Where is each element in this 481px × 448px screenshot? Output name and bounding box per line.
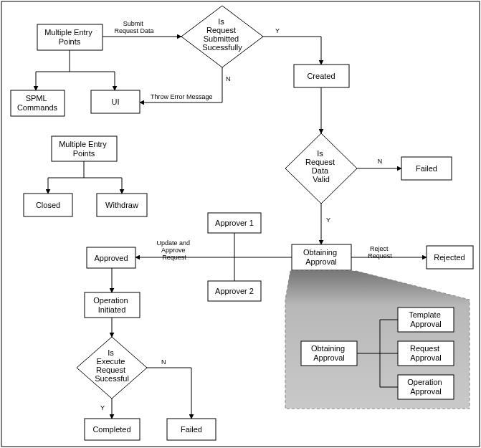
node-callout-operation-approval: Operation Approval (398, 375, 454, 399)
svg-text:UI: UI (112, 97, 120, 106)
node-completed: Completed (85, 419, 140, 440)
svg-text:Approver 1: Approver 1 (215, 219, 254, 227)
node-operation-initiated: Operation Initiated (85, 292, 140, 318)
svg-text:Obtaining
      Approval: Obtaining Approval (311, 344, 347, 362)
node-ui: UI (91, 90, 140, 113)
node-withdraw: Withdraw (97, 194, 147, 216)
svg-text:Operation
      Approval: Operation Approval (407, 378, 444, 396)
svg-text:Rejected: Rejected (434, 253, 465, 262)
svg-text:Approved: Approved (94, 254, 128, 262)
node-approver-1: Approver 1 (208, 213, 261, 233)
svg-text:Template
      Approval: Template Approval (409, 310, 443, 328)
node-rejected: Rejected (427, 246, 473, 269)
svg-text:Failed: Failed (416, 164, 437, 173)
node-obtaining-approval: Obtaining Approval (292, 244, 351, 270)
edge-label-reject: Reject Request (368, 245, 392, 259)
node-multiple-entry-points-2: Multiple Entry Points (52, 136, 117, 161)
flowchart: Submit Request Data Y N Throw Error Mess… (0, 0, 481, 448)
edge-label-y3: Y (100, 404, 105, 411)
node-failed-execution: Failed (167, 419, 216, 440)
svg-text:Approver 2: Approver 2 (215, 287, 254, 295)
edge-label-y1: Y (275, 27, 280, 34)
edge-label-throw-err: Throw Error Message (151, 93, 213, 100)
edge-label-n1: N (226, 75, 231, 82)
node-approved: Approved (87, 247, 135, 268)
node-created: Created (294, 65, 349, 87)
svg-text:Failed: Failed (181, 425, 202, 434)
node-multiple-entry-points-1: Multiple Entry Points (37, 24, 103, 50)
svg-text:Closed: Closed (36, 201, 60, 209)
node-callout-template-approval: Template Approval (398, 308, 454, 332)
svg-text:Request
      Approval: Request Approval (410, 344, 442, 362)
edge-label-y2: Y (326, 216, 330, 224)
svg-text:Created: Created (307, 72, 335, 80)
node-closed: Closed (24, 194, 72, 216)
node-callout-obtaining-approval: Obtaining Approval (301, 341, 357, 366)
svg-text:Obtaining
      Approval: Obtaining Approval (303, 248, 339, 266)
node-spml-commands: SPML Commands (11, 90, 65, 116)
svg-text:Withdraw: Withdraw (105, 201, 138, 209)
edge-label-n3: N (161, 358, 166, 366)
svg-text:Operation
      Initiated: Operation Initiated (93, 296, 130, 314)
node-callout-request-approval: Request Approval (398, 341, 454, 366)
node-approver-2: Approver 2 (208, 281, 261, 301)
node-failed-validation: Failed (401, 157, 452, 180)
svg-text:Completed: Completed (92, 425, 130, 434)
edge-label-n2: N (378, 158, 383, 165)
